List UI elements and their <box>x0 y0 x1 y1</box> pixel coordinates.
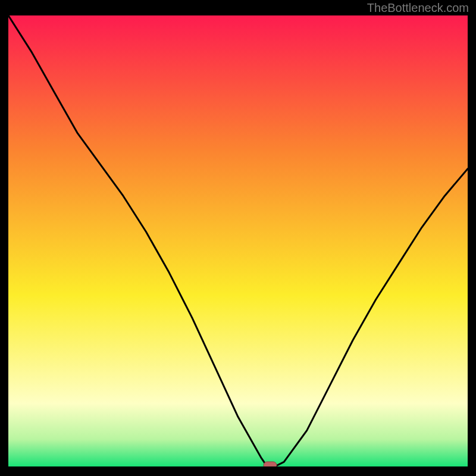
optimal-point-marker <box>264 462 277 466</box>
bottleneck-chart <box>8 15 468 466</box>
gradient-background <box>8 15 468 466</box>
site-watermark: TheBottleneck.com <box>367 1 469 15</box>
